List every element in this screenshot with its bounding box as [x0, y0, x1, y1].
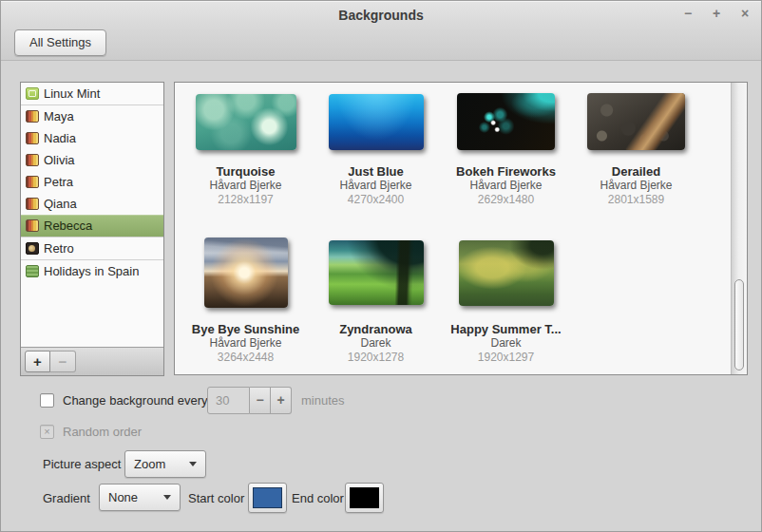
picture-aspect-label: Picture aspect	[43, 457, 121, 471]
collections-list: Linux Mint Maya Nadia Olivia Petra Qia	[21, 83, 163, 347]
wallpaper-card-zyndranowa[interactable]: Zyndranowa Darek 1920x1278	[311, 233, 441, 364]
collections-sidebar: Linux Mint Maya Nadia Olivia Petra Qia	[20, 82, 164, 376]
start-color-label: Start color	[188, 491, 244, 505]
remove-collection-button[interactable]: −	[50, 351, 76, 372]
wallpaper-name: Happy Summer T...	[450, 322, 561, 336]
wallpaper-resolution: 3264x2448	[218, 351, 274, 364]
picture-aspect-dropdown[interactable]: Zoom	[124, 450, 206, 478]
wallpaper-card-bokeh-fireworks[interactable]: Bokeh Fireworks Håvard Bjerke 2629x1480	[441, 88, 571, 206]
sidebar-item-retro[interactable]: Retro	[21, 238, 163, 259]
release-picture-icon	[26, 219, 39, 232]
wallpaper-grid-panel: Turquoise Håvard Bjerke 2128x1197 Just B…	[174, 82, 748, 375]
linux-mint-icon	[26, 87, 39, 100]
wallpaper-resolution: 2629x1480	[478, 193, 534, 206]
wallpaper-row: Turquoise Håvard Bjerke 2128x1197 Just B…	[181, 88, 701, 206]
wallpaper-resolution: 1920x1297	[478, 351, 534, 364]
sidebar-item-label: Petra	[44, 175, 73, 189]
end-color-button[interactable]	[345, 483, 384, 513]
sidebar-item-label: Olivia	[44, 153, 75, 167]
list-action-bar: + −	[21, 347, 163, 375]
wallpaper-thumbnail[interactable]	[196, 94, 296, 150]
gradient-label: Gradient	[43, 491, 90, 505]
sidebar-item-olivia[interactable]: Olivia	[21, 149, 163, 171]
sidebar-item-qiana[interactable]: Qiana	[21, 193, 163, 215]
spinner-minus-button[interactable]: −	[250, 387, 271, 414]
wallpaper-card-turquoise[interactable]: Turquoise Håvard Bjerke 2128x1197	[181, 88, 311, 206]
change-background-label: Change background every	[63, 393, 208, 408]
wallpaper-name: Zyndranowa	[339, 322, 412, 336]
close-icon[interactable]: ×	[736, 5, 753, 22]
change-background-checkbox[interactable]	[40, 393, 54, 408]
sidebar-item-holidays-in-spain[interactable]: Holidays in Spain	[21, 260, 163, 282]
wallpaper-author: Darek	[490, 336, 521, 351]
wallpaper-thumbnail[interactable]	[587, 93, 685, 150]
wallpaper-author: Håvard Bjerke	[209, 336, 281, 351]
wallpaper-name: Bokeh Fireworks	[456, 164, 556, 179]
minimize-icon[interactable]: −	[679, 5, 696, 22]
interval-spinner: 30 − +	[207, 387, 292, 414]
sidebar-item-maya[interactable]: Maya	[21, 105, 163, 127]
wallpaper-card-bye-bye-sunshine[interactable]: Bye Bye Sunshine Håvard Bjerke 3264x2448	[181, 233, 311, 364]
start-color-button[interactable]	[248, 483, 287, 513]
release-picture-icon	[26, 110, 39, 123]
gradient-value: None	[108, 490, 138, 504]
end-color-label: End color	[292, 491, 344, 505]
sidebar-item-label: Nadia	[44, 131, 76, 145]
chevron-down-icon	[189, 462, 197, 466]
window-controls: − + ×	[679, 5, 753, 22]
vertical-scrollbar[interactable]	[731, 83, 747, 374]
wallpaper-author: Håvard Bjerke	[469, 179, 542, 193]
sidebar-item-label: Maya	[44, 109, 74, 124]
all-settings-button[interactable]: All Settings	[14, 29, 106, 56]
sidebar-item-nadia[interactable]: Nadia	[21, 127, 163, 149]
wallpaper-thumbnail[interactable]	[329, 94, 424, 150]
interval-input[interactable]: 30	[207, 387, 250, 414]
picture-aspect-value: Zoom	[134, 457, 165, 471]
end-color-swatch	[350, 487, 379, 508]
green-folder-icon	[26, 265, 39, 277]
sidebar-item-label: Qiana	[44, 197, 77, 211]
release-picture-icon	[26, 198, 39, 210]
sidebar-item-label: Holidays in Spain	[44, 264, 139, 278]
sidebar-item-label: Linux Mint	[44, 86, 100, 101]
wallpaper-card-derailed[interactable]: Derailed Håvard Bjerke 2801x1589	[571, 88, 701, 206]
wallpaper-thumbnail[interactable]	[457, 93, 555, 150]
random-order-label: Random order	[63, 425, 142, 439]
start-color-swatch	[253, 487, 282, 508]
sidebar-item-rebecca[interactable]: Rebecca	[21, 215, 163, 237]
wallpaper-author: Håvard Bjerke	[339, 179, 411, 193]
retro-record-icon	[26, 242, 39, 255]
wallpaper-thumbnail[interactable]	[204, 238, 288, 308]
spinner-plus-button[interactable]: +	[271, 387, 292, 414]
minutes-label: minutes	[301, 393, 345, 408]
wallpaper-name: Just Blue	[348, 164, 404, 179]
release-picture-icon	[26, 132, 39, 144]
wallpaper-card-just-blue[interactable]: Just Blue Håvard Bjerke 4270x2400	[311, 88, 441, 206]
release-picture-icon	[26, 154, 39, 166]
wallpaper-resolution: 1920x1278	[348, 351, 404, 364]
scrollbar-thumb[interactable]	[734, 279, 744, 370]
wallpaper-name: Bye Bye Sunshine	[192, 322, 299, 336]
random-order-checkbox: ×	[40, 425, 54, 439]
wallpaper-row: Bye Bye Sunshine Håvard Bjerke 3264x2448…	[181, 233, 701, 364]
wallpaper-resolution: 4270x2400	[348, 193, 404, 206]
sidebar-item-petra[interactable]: Petra	[21, 171, 163, 193]
gradient-dropdown[interactable]: None	[99, 484, 181, 511]
wallpaper-resolution: 2801x1589	[608, 193, 664, 206]
wallpaper-resolution: 2128x1197	[218, 193, 274, 206]
wallpaper-author: Darek	[360, 336, 391, 351]
sidebar-item-label: Retro	[44, 241, 74, 256]
wallpaper-card-happy-summer[interactable]: Happy Summer T... Darek 1920x1297	[441, 233, 571, 364]
add-collection-button[interactable]: +	[25, 351, 50, 372]
wallpaper-name: Derailed	[612, 164, 660, 179]
wallpaper-name: Turquoise	[217, 164, 276, 179]
wallpaper-grid: Turquoise Håvard Bjerke 2128x1197 Just B…	[181, 88, 701, 364]
wallpaper-author: Håvard Bjerke	[209, 179, 281, 193]
window-title: Backgrounds	[1, 8, 761, 23]
maximize-icon[interactable]: +	[708, 5, 725, 22]
release-picture-icon	[26, 176, 39, 188]
wallpaper-thumbnail[interactable]	[329, 240, 424, 305]
wallpaper-thumbnail[interactable]	[459, 240, 554, 306]
backgrounds-window: Backgrounds − + × All Settings Linux Min…	[0, 0, 762, 532]
sidebar-item-linux-mint[interactable]: Linux Mint	[21, 83, 163, 104]
